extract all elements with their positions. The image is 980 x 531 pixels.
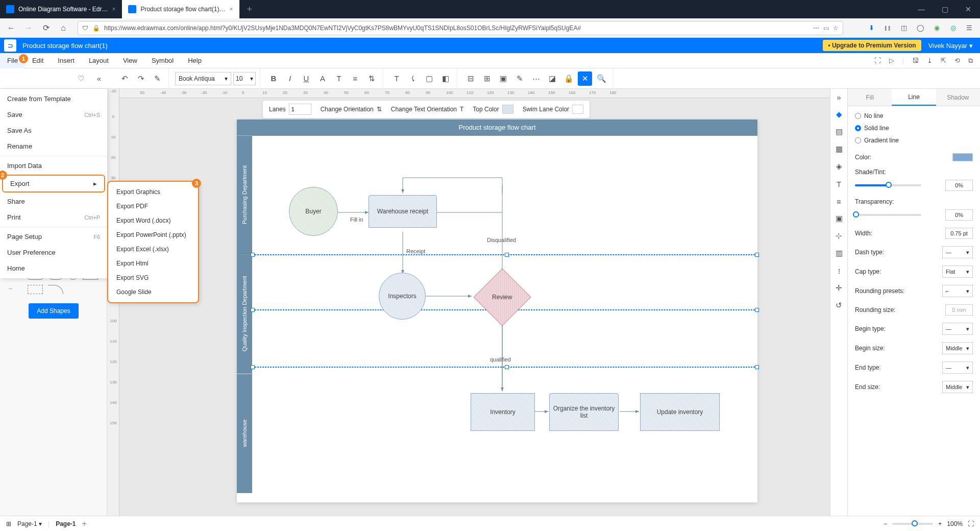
lane-label-1[interactable]: Quality Inspection Department: [237, 254, 252, 373]
lanes-input[interactable]: [289, 104, 311, 115]
swimlane-content[interactable]: Buyer Warehouse receipt Fill in Receipt …: [252, 135, 757, 493]
file-menu-export[interactable]: Export ▸ 2: [2, 175, 105, 192]
trans-slider[interactable]: [855, 214, 921, 216]
menu-edit[interactable]: Edit: [25, 53, 51, 68]
focus-icon[interactable]: ⛶: [874, 57, 881, 65]
file-menu-save[interactable]: SaveCtrl+S: [0, 107, 107, 123]
reader-icon[interactable]: ▭: [823, 25, 829, 32]
export-pdf[interactable]: Export PDF: [108, 199, 198, 213]
resize-handle[interactable]: [505, 365, 509, 369]
tools-button[interactable]: ✕: [578, 71, 592, 86]
home-button[interactable]: ⌂: [56, 21, 70, 35]
swim-color-picker[interactable]: [572, 105, 583, 114]
file-menu-save-as[interactable]: Save As: [0, 123, 107, 138]
bold-button[interactable]: B: [266, 71, 281, 86]
tab-fill[interactable]: Fill: [848, 89, 892, 106]
node-review[interactable]: Review: [473, 268, 531, 326]
library-icon[interactable]: ⫿⫿: [883, 23, 892, 33]
resize-handle[interactable]: [755, 365, 759, 369]
align-button[interactable]: ≡: [348, 71, 362, 86]
resize-handle[interactable]: [251, 253, 255, 257]
font-select[interactable]: Book Antiqua▾: [175, 72, 231, 85]
align2-icon[interactable]: ⫶: [834, 266, 844, 276]
node-buyer[interactable]: Buyer: [289, 187, 338, 236]
radio-solid-line[interactable]: Solid line: [855, 125, 973, 132]
resize-handle[interactable]: [505, 253, 509, 257]
file-menu-home[interactable]: Home: [0, 260, 107, 276]
heart-icon[interactable]: ♡: [74, 71, 88, 86]
text-tool-button[interactable]: T: [389, 71, 404, 86]
upgrade-button[interactable]: • Upgrade to Premium Version: [823, 40, 921, 51]
lane-label-0[interactable]: Purchasing Department: [237, 135, 252, 254]
play-icon[interactable]: ▷: [889, 57, 894, 65]
top-color-picker[interactable]: [502, 105, 513, 114]
outline-icon[interactable]: ⊞: [6, 520, 11, 527]
export-graphics[interactable]: Export Graphics: [108, 185, 198, 199]
export-icon[interactable]: ⇱: [941, 57, 946, 65]
curve-shape[interactable]: [48, 285, 63, 294]
user-menu[interactable]: Vivek Nayyar ▾: [921, 42, 980, 50]
file-menu-page-setup[interactable]: Page SetupF6: [0, 229, 107, 245]
font-color-button[interactable]: A: [315, 71, 330, 86]
export-excel[interactable]: Export Excel (.xlsx): [108, 242, 198, 256]
connector-button[interactable]: ⤹: [406, 71, 420, 86]
diagram-page[interactable]: Product storage flow chart Purchasing De…: [237, 119, 757, 502]
cap-select[interactable]: Flat▾: [942, 266, 973, 278]
more-icon[interactable]: ⋯: [813, 25, 819, 32]
shape-thumb[interactable]: [28, 285, 43, 294]
menu-icon[interactable]: ☰: [965, 23, 974, 33]
swimlane-title[interactable]: Product storage flow chart: [237, 119, 757, 135]
file-menu-user-pref[interactable]: User Preference: [0, 245, 107, 260]
selection-box[interactable]: [252, 367, 757, 368]
line-style-button[interactable]: ⋯: [529, 71, 543, 86]
round-size-input[interactable]: 0 mm: [945, 304, 973, 316]
shade-value[interactable]: 0%: [945, 180, 973, 191]
address-bar[interactable]: 🛡 🔒 https://www.edrawmax.com/online/app.…: [78, 21, 843, 35]
export-ppt[interactable]: Export PowerPoint (.pptx): [108, 228, 198, 242]
export-svg[interactable]: Export SVG: [108, 271, 198, 285]
fullscreen-icon[interactable]: ⛶: [968, 520, 974, 527]
link-icon[interactable]: ⧉: [968, 57, 973, 65]
highlight-button[interactable]: T: [332, 71, 346, 86]
history-icon[interactable]: ↺: [834, 300, 844, 310]
node-organize[interactable]: Organize the inventory list: [549, 393, 619, 431]
back-button[interactable]: ←: [4, 21, 18, 35]
browser-tab-1[interactable]: Product storage flow chart(1)… ×: [122, 0, 239, 18]
underline-button[interactable]: U: [299, 71, 313, 86]
resize-handle[interactable]: [755, 253, 759, 257]
close-icon[interactable]: ×: [230, 6, 233, 13]
end-size-select[interactable]: Middle▾: [942, 381, 973, 393]
end-type-select[interactable]: —▾: [942, 361, 973, 374]
collapse-icon[interactable]: «: [92, 71, 106, 86]
redo-button[interactable]: ↷: [134, 71, 148, 86]
menu-view[interactable]: View: [116, 53, 144, 68]
add-page-button[interactable]: +: [82, 519, 87, 528]
resize-handle[interactable]: [251, 308, 255, 312]
resize-handle[interactable]: [755, 308, 759, 312]
search-icon[interactable]: 🔍: [594, 71, 608, 86]
round-preset-select[interactable]: ⌐▾: [942, 285, 973, 297]
page-icon[interactable]: ▤: [834, 127, 844, 137]
export-gslide[interactable]: Google Slide: [108, 285, 198, 299]
menu-insert[interactable]: Insert: [51, 53, 82, 68]
file-menu-rename[interactable]: Rename: [0, 138, 107, 154]
add-shapes-button[interactable]: Add Shapes: [29, 303, 78, 319]
change-text-orientation-button[interactable]: Change Text OrientationT: [391, 106, 464, 113]
selection-box[interactable]: [252, 254, 757, 255]
app-logo-icon[interactable]: ⊃: [4, 39, 16, 52]
align-obj-button[interactable]: ⊟: [463, 71, 478, 86]
line-color-button[interactable]: ✎: [512, 71, 527, 86]
begin-size-select[interactable]: Middle▾: [942, 342, 973, 354]
node-inventory[interactable]: Inventory: [471, 393, 535, 431]
save-icon[interactable]: 🖫: [912, 57, 919, 65]
export-html[interactable]: Export Html: [108, 256, 198, 271]
distribute-button[interactable]: ⊞: [480, 71, 494, 86]
node-update[interactable]: Update inventory: [640, 393, 720, 431]
menu-symbol[interactable]: Symbol: [144, 53, 181, 68]
doc-title[interactable]: Product storage flow chart(1): [22, 42, 108, 50]
crosshair-icon[interactable]: ✛: [834, 283, 844, 293]
minimize-button[interactable]: —: [910, 0, 933, 18]
image-icon[interactable]: ▣: [834, 213, 844, 224]
reload-button[interactable]: ⟳: [39, 21, 53, 35]
close-icon[interactable]: ×: [112, 6, 115, 13]
